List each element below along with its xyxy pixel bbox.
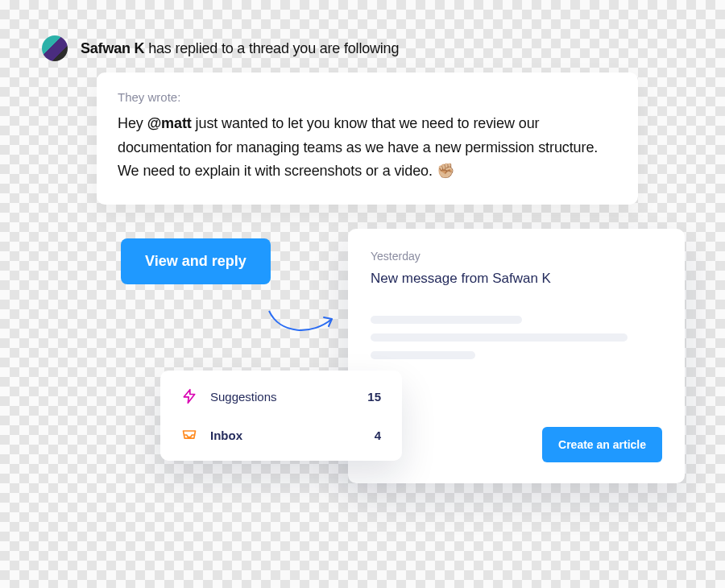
avatar [42,35,68,61]
sidebar-item-count: 4 [375,429,381,442]
sidebar-item-inbox[interactable]: Inbox 4 [160,416,402,454]
inbox-icon [181,427,197,443]
sidebar-card: Suggestions 15 Inbox 4 [160,371,402,461]
view-reply-button[interactable]: View and reply [121,238,271,284]
notification-text: Safwan K has replied to a thread you are… [81,40,399,57]
notification-suffix: has replied to a thread you are followin… [144,40,399,56]
arrow-illustration [266,308,338,340]
sidebar-item-count: 15 [367,390,381,404]
inbox-message-title: New message from Safwan K [371,271,662,287]
quote-label: They wrote: [118,90,617,104]
quote-body: Hey @matt just wanted to let you know th… [118,112,617,184]
notification-author: Safwan K [81,40,144,56]
sidebar-item-label: Inbox [210,429,362,442]
sidebar-item-suggestions[interactable]: Suggestions 15 [160,377,402,416]
inbox-date-label: Yesterday [371,250,662,263]
mention[interactable]: @matt [147,115,192,131]
quote-card: They wrote: Hey @matt just wanted to let… [97,72,638,205]
skeleton-line [371,316,522,324]
quote-body-prefix: Hey [118,115,147,131]
skeleton-line [371,333,628,342]
notification-header: Safwan K has replied to a thread you are… [42,35,399,61]
sidebar-item-label: Suggestions [210,390,354,404]
create-article-button[interactable]: Create an article [542,427,662,462]
skeleton-line [371,351,475,359]
lightning-icon [181,388,197,404]
